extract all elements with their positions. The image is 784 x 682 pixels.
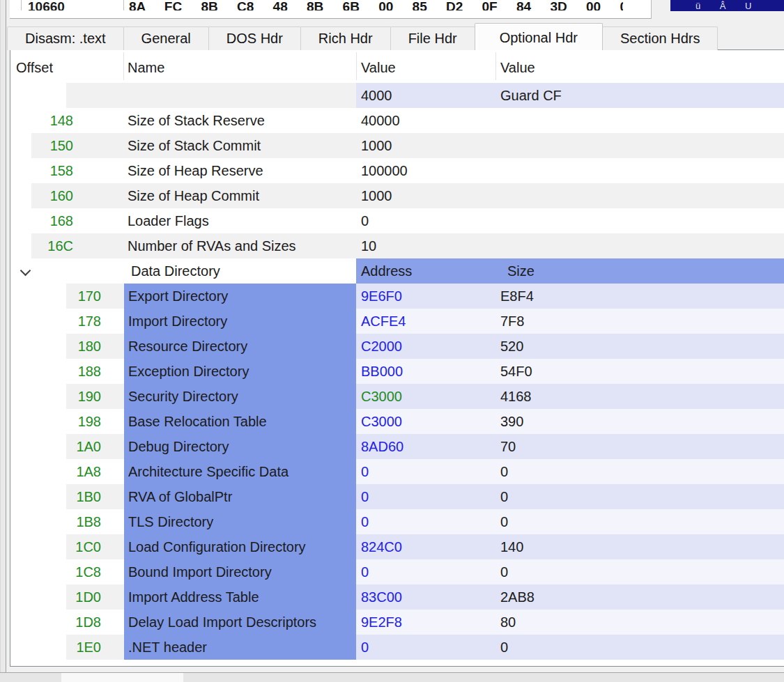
table-row[interactable]: 160Size of Heap Commit1000 — [10, 183, 784, 208]
directory-name: Base Relocation Table — [128, 409, 267, 434]
size-cell — [495, 434, 784, 459]
size-value: 7F8 — [500, 309, 524, 334]
size-value: 2AB8 — [500, 584, 535, 610]
directory-name: TLS Directory — [128, 509, 213, 534]
size-cell — [495, 559, 784, 584]
table-row[interactable]: 1B8TLS Directory00 — [10, 509, 784, 534]
field-value: 0 — [361, 208, 369, 233]
field-value: 10 — [361, 233, 376, 258]
hex-offset-value: 10660 — [22, 0, 123, 10]
horizontal-scrollbar-track[interactable] — [0, 672, 784, 682]
address-cell — [356, 484, 495, 509]
address-cell — [356, 459, 495, 484]
column-separator — [356, 52, 357, 80]
ascii-view-clipped-row[interactable]: ü Â U — [670, 0, 784, 11]
tab-dos-hdr[interactable]: DOS Hdr — [208, 26, 301, 50]
horizontal-scrollbar-thumb[interactable] — [61, 673, 183, 682]
table-row[interactable]: 170Export Directory9E6F0E8F4 — [10, 284, 784, 309]
address-column-header: Address — [361, 258, 412, 284]
offset-value: 180 — [66, 334, 101, 359]
tab-rich-hdr[interactable]: Rich Hdr — [300, 26, 391, 50]
offset-value: 188 — [66, 359, 101, 384]
size-value: E8F4 — [500, 284, 534, 309]
size-column-header: Size — [507, 258, 535, 284]
size-value: 70 — [500, 434, 516, 459]
size-value: 80 — [500, 610, 516, 635]
data-directory-label: Data Directory — [131, 258, 220, 284]
size-cell — [495, 484, 784, 509]
col-header-value[interactable]: Value — [361, 50, 396, 83]
table-row[interactable]: 1D8Delay Load Import Descriptors9E2F880 — [10, 610, 784, 635]
collapse-chevron-icon[interactable] — [20, 265, 31, 277]
table-row-data-directory[interactable]: Data DirectoryAddressSize — [10, 258, 784, 284]
offset-value: 1A0 — [66, 434, 101, 459]
table-row[interactable]: 1C0Load Configuration Directory824C0140 — [10, 534, 784, 559]
size-value: 390 — [500, 409, 523, 434]
table-row[interactable]: 1A0Debug Directory8AD6070 — [10, 434, 784, 459]
table-row-flag[interactable]: 4000Guard CF — [10, 83, 784, 108]
table-row[interactable]: 1D0Import Address Table83C002AB8 — [10, 584, 784, 610]
hex-view-clipped-row[interactable]: 10660 8A FC 8B C8 48 8B 6B 00 85 D2 0F 8… — [10, 0, 652, 19]
table-row[interactable]: 180Resource DirectoryC2000520 — [10, 334, 784, 359]
directory-name: Security Directory — [128, 384, 238, 409]
table-row[interactable]: 148Size of Stack Reserve40000 — [10, 108, 784, 133]
directory-name: Import Directory — [128, 309, 227, 334]
field-name: Size of Heap Reserve — [128, 158, 263, 183]
field-name: Number of RVAs and Sizes — [128, 233, 296, 258]
directory-name: Bound Import Directory — [128, 559, 272, 584]
pe-analyzer-window: 10660 8A FC 8B C8 48 8B 6B 00 85 D2 0F 8… — [0, 0, 784, 682]
flag-value-cell — [356, 83, 784, 108]
field-value: 1000 — [361, 183, 392, 208]
size-cell — [495, 359, 784, 384]
size-cell — [495, 334, 784, 359]
table-row[interactable]: 150Size of Stack Commit1000 — [10, 133, 784, 158]
hex-bytes-row[interactable]: 8A FC 8B C8 48 8B 6B 00 85 D2 0F 84 3D 0… — [129, 0, 623, 10]
hex-offset-cell[interactable]: 10660 — [21, 0, 124, 10]
tab-section-hdrs[interactable]: Section Hdrs — [602, 26, 718, 50]
col-header-offset[interactable]: Offset — [16, 50, 53, 83]
optional-header-table: Offset Name Value Value 4000Guard CF148S… — [10, 49, 784, 667]
ascii-fragment: ü Â U — [670, 0, 784, 11]
table-row[interactable]: 190Security DirectoryC30004168 — [10, 384, 784, 409]
size-value: 0 — [500, 509, 508, 534]
table-row[interactable]: 188Exception DirectoryBB00054F0 — [10, 359, 784, 384]
column-separator — [123, 52, 124, 80]
address-value: C3000 — [361, 409, 402, 434]
offset-value: 150 — [31, 133, 73, 158]
tab-file-hdr[interactable]: File Hdr — [390, 26, 475, 50]
offset-value: 190 — [66, 384, 101, 409]
offset-value: 1C0 — [66, 534, 101, 559]
table-row[interactable]: 1E0.NET header00 — [10, 635, 784, 660]
offset-value: 160 — [31, 183, 73, 208]
size-cell — [495, 284, 784, 309]
address-value: 0 — [361, 484, 369, 509]
table-row[interactable]: 1C8Bound Import Directory00 — [10, 559, 784, 584]
directory-name: Resource Directory — [128, 334, 247, 359]
table-row[interactable]: 198Base Relocation TableC3000390 — [10, 409, 784, 434]
field-value: 1000 — [361, 133, 392, 158]
col-header-name[interactable]: Name — [128, 50, 164, 83]
size-cell — [495, 384, 784, 409]
table-row[interactable]: 1B0RVA of GlobalPtr00 — [10, 484, 784, 509]
offset-value: 1B0 — [66, 484, 101, 509]
address-value: 0 — [361, 509, 369, 534]
flag-label: Guard CF — [500, 83, 562, 108]
table-row[interactable]: 1A8Architecture Specific Data00 — [10, 459, 784, 484]
tab-disasm-text[interactable]: Disasm: .text — [7, 26, 124, 50]
table-row[interactable]: 158Size of Heap Reserve100000 — [10, 158, 784, 183]
table-row[interactable]: 16CNumber of RVAs and Sizes10 — [10, 233, 784, 258]
offset-value: 178 — [66, 309, 101, 334]
table-row[interactable]: 178Import DirectoryACFE47F8 — [10, 309, 784, 334]
directory-name: Export Directory — [128, 284, 228, 309]
tab-general[interactable]: General — [123, 26, 209, 50]
field-name: Size of Heap Commit — [128, 183, 259, 208]
address-value: 0 — [361, 559, 369, 584]
size-cell — [495, 409, 784, 434]
offset-value: 170 — [66, 284, 101, 309]
col-header-value2[interactable]: Value — [500, 50, 535, 83]
window-edge-strip — [0, 0, 6, 682]
directory-name: Architecture Specific Data — [128, 459, 289, 484]
size-value: 0 — [500, 484, 508, 509]
tab-optional-hdr[interactable]: Optional Hdr — [475, 23, 603, 50]
table-row[interactable]: 168Loader Flags0 — [10, 208, 784, 233]
